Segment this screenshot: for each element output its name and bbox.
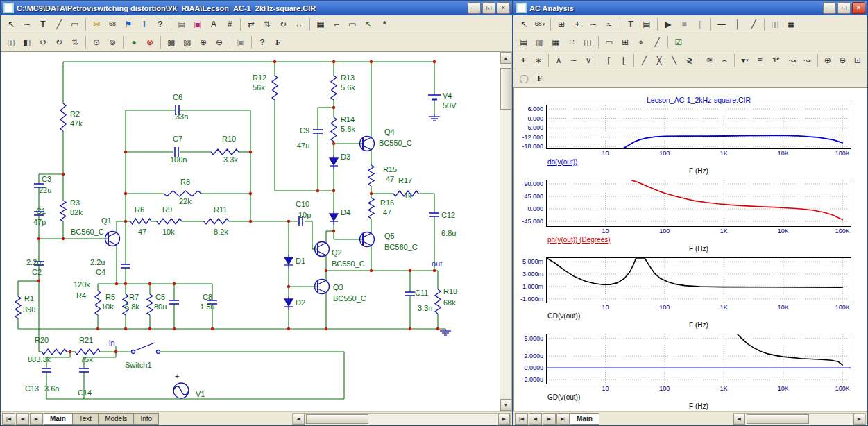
trace-dropdown[interactable]: ▾▾ <box>738 53 752 68</box>
page-tab-models[interactable]: Models <box>99 413 134 425</box>
zoom-fit-icon[interactable]: ⊡ <box>851 53 865 68</box>
component-label[interactable]: 2.2u <box>26 259 41 266</box>
peak-icon[interactable]: ∧ <box>552 53 566 68</box>
component-label[interactable]: Q1 <box>101 217 112 225</box>
component-label[interactable]: C1 <box>36 207 46 215</box>
scroll-left-icon[interactable]: ◀ <box>733 414 745 425</box>
text-box-icon[interactable]: A <box>206 17 221 32</box>
component-label[interactable]: 80u <box>154 303 167 311</box>
horizontal-scroll-track[interactable] <box>305 414 498 424</box>
component-label[interactable]: 3.6n <box>44 385 59 393</box>
crossing-icon[interactable]: ╳ <box>652 53 667 68</box>
step-box-icon[interactable]: ◧ <box>19 35 35 50</box>
wave-icon[interactable]: ∼ <box>566 53 581 68</box>
page-scroll-start-button[interactable]: |◀ <box>2 413 15 425</box>
horizontal-scroll-thumb[interactable] <box>306 414 368 424</box>
component-label[interactable]: 33n <box>176 113 188 121</box>
component-label[interactable]: D2 <box>296 299 305 307</box>
component-label[interactable]: 10k <box>162 228 175 236</box>
component-label[interactable]: 10k <box>101 303 114 311</box>
no-erc-icon[interactable]: ⊗ <box>142 35 158 50</box>
component-label[interactable]: R17 <box>398 177 412 185</box>
component-label[interactable]: R11 <box>214 206 227 214</box>
trace-label[interactable]: GD(v(out)) <box>547 393 867 402</box>
go-to-branch-icon[interactable]: ↝ <box>785 53 800 68</box>
component-label[interactable]: 47p <box>33 219 46 226</box>
component-label[interactable]: C12 <box>441 212 455 219</box>
line-mode-icon[interactable]: ╱ <box>51 17 67 32</box>
flip-vertical-icon[interactable]: ⇅ <box>259 17 275 32</box>
component-label[interactable]: out <box>432 260 442 268</box>
vertical-scroll-track[interactable] <box>500 64 511 399</box>
horizontal-scrollbar[interactable]: ◀▶ <box>733 413 866 425</box>
arc-icon[interactable]: ⌢ <box>717 53 732 68</box>
properties-icon[interactable]: ▤ <box>639 17 654 32</box>
node-numbers-icon[interactable]: # <box>222 17 237 32</box>
cursor-mode-icon[interactable]: + <box>570 17 585 32</box>
component-label[interactable]: 50V <box>443 102 457 110</box>
component-label[interactable]: Q4 <box>384 128 395 136</box>
sphere-icon[interactable]: ◯ <box>516 71 531 86</box>
schematic-vscrollbar[interactable]: ▲▼ <box>500 51 512 411</box>
trace-label[interactable]: GD(v(out)) <box>547 312 867 321</box>
graphics-dropdown[interactable]: 68▾ <box>532 17 547 32</box>
zoom-in-icon[interactable]: ⊕ <box>196 35 211 50</box>
component-label[interactable]: 47 <box>386 176 394 183</box>
component-label[interactable]: V4 <box>443 92 452 100</box>
plus-axis-icon[interactable]: ⊞ <box>618 35 633 50</box>
data-points-icon[interactable]: ∷ <box>564 35 579 50</box>
schematic-window-titlebar[interactable]: C:\MC9\DATA\Petrov\switching distortion\… <box>1 1 512 15</box>
page-scroll-left-button[interactable]: ◀ <box>529 413 542 425</box>
component-label[interactable]: C14 <box>78 389 92 397</box>
component-label[interactable]: 1.5u <box>200 303 214 311</box>
numeric-output-icon[interactable]: ▤ <box>516 35 531 50</box>
page-tab-info[interactable]: Info <box>134 413 159 425</box>
point-tag-icon[interactable]: ∼ <box>586 17 601 32</box>
range-icon[interactable]: ≷ <box>682 53 697 68</box>
component-label[interactable]: D1 <box>296 257 305 265</box>
horizontal-scroll-thumb[interactable] <box>747 414 809 424</box>
zoom-out-icon[interactable]: ⊖ <box>212 35 227 50</box>
component-label[interactable]: 883.3k <box>28 356 51 364</box>
component-label[interactable]: BC550_C <box>332 260 365 268</box>
cursor-left-icon[interactable]: + <box>516 53 531 68</box>
component-label[interactable]: 3.3n <box>418 305 432 312</box>
help-mode-icon[interactable]: ? <box>153 17 168 32</box>
slope-up-icon[interactable]: ╱ <box>637 53 652 68</box>
component-label[interactable]: D3 <box>341 153 350 161</box>
component-label[interactable]: C5 <box>155 293 165 301</box>
to-front-icon[interactable]: ▩ <box>164 35 179 50</box>
ruler-icon[interactable]: ▭ <box>602 35 617 50</box>
rotate-icon[interactable]: ↻ <box>275 17 291 32</box>
plot-canvas-4[interactable] <box>546 334 851 384</box>
component-label[interactable]: 47 <box>383 209 391 216</box>
component-label[interactable]: 82k <box>70 209 83 216</box>
swap-parts-icon[interactable]: ⇄ <box>244 17 259 32</box>
tokens-icon[interactable]: ◫ <box>580 35 595 50</box>
component-label[interactable]: D4 <box>341 209 350 216</box>
rectangle-mode-icon[interactable]: ▭ <box>67 17 83 32</box>
scale-mode-icon[interactable]: ⊞ <box>554 17 569 32</box>
run-icon[interactable]: ▶ <box>661 17 676 32</box>
component-label[interactable]: C3 <box>42 176 51 183</box>
component-label[interactable]: C4 <box>96 269 105 276</box>
flag-mode-icon[interactable]: ⚑ <box>121 17 136 32</box>
close-button[interactable]: × <box>497 2 510 14</box>
component-label[interactable]: 1k <box>404 192 412 200</box>
analysis-window-titlebar[interactable]: AC Analysis —◱× <box>513 1 867 15</box>
text-mode-icon[interactable]: T <box>623 17 638 32</box>
component-label[interactable]: C9 <box>300 127 309 135</box>
horizontal-scrollbar[interactable]: ◀▶ <box>292 413 511 425</box>
global-high-icon[interactable]: ≋ <box>702 53 717 68</box>
to-back-icon[interactable]: ▨ <box>180 35 195 50</box>
waveform-buffer-icon[interactable]: ≈ <box>602 17 617 32</box>
component-label[interactable]: R18 <box>443 288 457 296</box>
trace-label[interactable]: db(v(out)) <box>547 157 867 167</box>
component-label[interactable]: R6 <box>135 206 144 214</box>
component-label[interactable]: R3 <box>70 199 80 207</box>
page-scroll-start-button[interactable]: |◀ <box>515 413 528 425</box>
component-label[interactable]: R4 <box>76 292 86 300</box>
grid-icon[interactable]: ▦ <box>313 17 328 32</box>
component-label[interactable]: C10 <box>296 201 309 208</box>
component-label[interactable]: 68k <box>443 299 456 307</box>
